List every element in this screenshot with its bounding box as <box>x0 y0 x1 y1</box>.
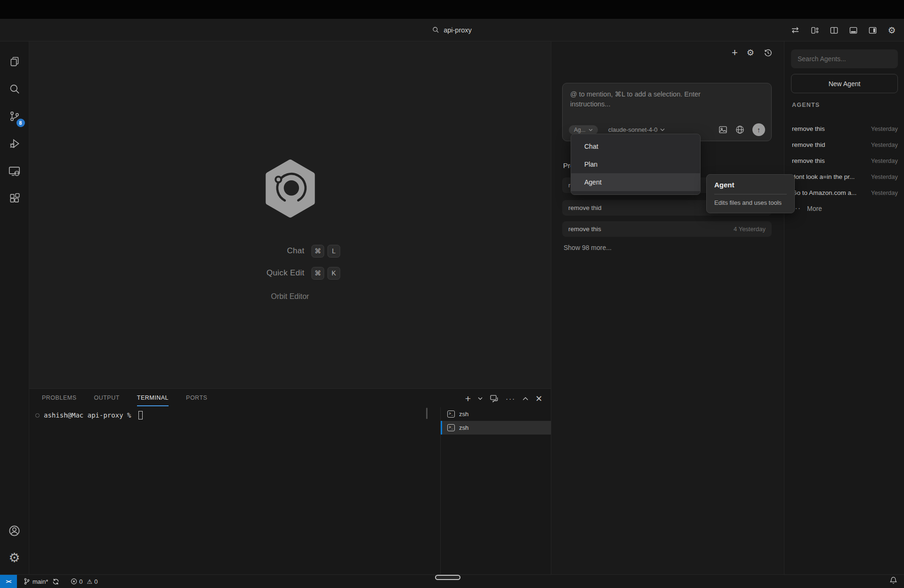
remote-indicator[interactable]: >< <box>0 575 17 588</box>
agent-list-item[interactable]: remove thid Yesterday <box>784 137 904 153</box>
globe-icon[interactable] <box>735 125 744 134</box>
settings-gear-icon[interactable]: ⚙ <box>747 48 754 57</box>
watermark-chat-label: Chat <box>229 246 305 256</box>
agent-meta: Yesterday <box>871 189 898 196</box>
chat-panel: + ⚙ Ag... claude-sonnet-4-0 <box>551 41 784 574</box>
terminal-list-item[interactable]: >_ zsh <box>441 407 551 421</box>
agents-sidebar: New Agent AGENTS remove this Yesterday r… <box>784 41 904 574</box>
keycap-cmd: ⌘ <box>312 267 324 280</box>
bell-icon[interactable] <box>889 576 897 585</box>
extensions-icon[interactable] <box>0 185 29 212</box>
dropdown-option-agent[interactable]: Agent <box>571 173 700 191</box>
more-icon[interactable]: ··· <box>506 395 516 403</box>
agent-mode-tooltip: Agent Edits files and uses tools <box>706 174 795 213</box>
remote-explorer-icon[interactable] <box>0 157 29 185</box>
more-label: More <box>807 205 822 212</box>
new-terminal-icon[interactable]: + <box>465 394 471 403</box>
send-arrow-icon[interactable]: ↑ <box>752 123 765 136</box>
brand-name: Orbit Editor <box>271 292 309 301</box>
keycap-cmd: ⌘ <box>312 245 324 258</box>
problems-status[interactable]: 0 ⚠ 0 <box>71 578 97 585</box>
agents-search-input[interactable] <box>791 49 898 68</box>
terminal-output[interactable]: ashish@Mac api-proxy % <box>35 411 143 419</box>
dropdown-option-chat[interactable]: Chat <box>571 137 700 155</box>
terminal-icon: >_ <box>447 411 455 418</box>
warning-icon: ⚠ <box>87 579 92 585</box>
new-chat-icon[interactable]: + <box>732 48 738 58</box>
watermark-quick-edit-row: Quick Edit ⌘ K <box>229 266 351 281</box>
editor-watermark: Chat ⌘ L Quick Edit ⌘ K Orbit Editor <box>229 159 351 301</box>
image-icon[interactable] <box>718 126 727 134</box>
error-count: 0 <box>79 578 82 585</box>
terminal-icon: >_ <box>447 424 455 431</box>
tooltip-description: Edits files and uses tools <box>714 199 787 206</box>
toggle-panel-icon[interactable] <box>848 25 858 35</box>
agent-list-item[interactable]: remove this Yesterday <box>784 121 904 137</box>
agent-list-item[interactable]: Go to Amazon.com a... Yesterday <box>784 185 904 201</box>
chat-input[interactable] <box>570 89 728 119</box>
model-name: claude-sonnet-4-0 <box>608 126 658 133</box>
split-terminal-icon[interactable] <box>490 395 499 403</box>
terminal-list-item-selected[interactable]: >_ zsh <box>441 421 551 435</box>
agent-title: dont look a=in the pr... <box>792 173 855 180</box>
dropdown-option-plan[interactable]: Plan <box>571 155 700 173</box>
sync-button[interactable] <box>52 578 59 585</box>
titlebar: api-proxy <box>0 19 904 41</box>
agents-more-button[interactable]: ··· More <box>792 201 822 217</box>
command-decoration-icon <box>35 413 40 418</box>
branch-name: main* <box>32 578 48 585</box>
editor-area[interactable]: Chat ⌘ L Quick Edit ⌘ K Orbit Editor <box>29 41 551 388</box>
chat-panel-actions: + ⚙ <box>732 48 773 58</box>
settings-gear-icon[interactable]: ⚙ <box>887 25 896 35</box>
history-icon[interactable] <box>763 48 773 57</box>
agent-list-item[interactable]: dont look a=in the pr... Yesterday <box>784 169 904 185</box>
chat-input-icons: ↑ <box>718 123 765 136</box>
watermark-chat-row: Chat ⌘ L <box>229 243 351 258</box>
mode-dropdown-menu: Chat Plan Agent <box>571 134 701 195</box>
source-control-icon[interactable]: 8 <box>0 103 29 130</box>
chevron-down-icon[interactable] <box>478 397 483 400</box>
titlebar-actions: ⚙ <box>791 19 896 41</box>
tooltip-divider <box>714 194 787 194</box>
agent-title: remove this <box>792 125 825 132</box>
panel-scrollbar-pill[interactable] <box>435 575 460 580</box>
agent-title: remove thid <box>792 141 825 148</box>
tab-ports[interactable]: PORTS <box>186 395 207 406</box>
toggle-secondary-sidebar-icon[interactable] <box>868 25 877 35</box>
swap-arrows-icon[interactable] <box>791 25 800 35</box>
mode-selector[interactable]: Ag... <box>569 125 598 135</box>
close-icon[interactable]: ✕ <box>535 395 542 403</box>
tooltip-title: Agent <box>714 181 787 189</box>
new-agent-button[interactable]: New Agent <box>791 74 898 93</box>
branch-status[interactable]: main* <box>23 578 48 585</box>
tab-output[interactable]: OUTPUT <box>94 395 119 406</box>
layout-customize-icon[interactable] <box>810 25 819 35</box>
sync-icon <box>52 578 59 585</box>
settings-gear-icon[interactable]: ⚙ <box>0 544 29 572</box>
run-debug-icon[interactable] <box>0 130 29 157</box>
chevron-down-icon <box>660 128 665 131</box>
terminal-scrollbar-thumb[interactable] <box>426 408 428 419</box>
workspace-title: api-proxy <box>444 26 472 34</box>
show-more-link[interactable]: Show 98 more... <box>564 244 612 251</box>
remote-icon: >< <box>6 579 11 584</box>
chat-item-meta: 4 Yesterday <box>734 226 766 233</box>
model-selector[interactable]: claude-sonnet-4-0 <box>608 126 665 133</box>
agents-heading: AGENTS <box>792 102 820 108</box>
panel-actions: + ··· ✕ <box>465 394 542 403</box>
agent-list-item[interactable]: remove this Yesterday <box>784 153 904 169</box>
watermark-quick-edit-label: Quick Edit <box>229 268 305 278</box>
agent-title: remove this <box>792 157 825 164</box>
chat-history-item[interactable]: remove this 4 Yesterday <box>562 221 772 237</box>
tab-terminal[interactable]: TERMINAL <box>137 395 169 406</box>
search-icon[interactable] <box>0 75 29 103</box>
chevron-up-icon[interactable] <box>523 397 528 401</box>
explorer-icon[interactable] <box>0 48 29 75</box>
command-center-search[interactable]: api-proxy <box>432 26 472 34</box>
agent-meta: Yesterday <box>871 173 898 180</box>
keycap-l: L <box>328 245 340 258</box>
tab-problems[interactable]: PROBLEMS <box>42 395 76 406</box>
agent-meta: Yesterday <box>871 157 898 164</box>
split-editor-icon[interactable] <box>829 25 839 35</box>
account-icon[interactable] <box>0 517 29 544</box>
